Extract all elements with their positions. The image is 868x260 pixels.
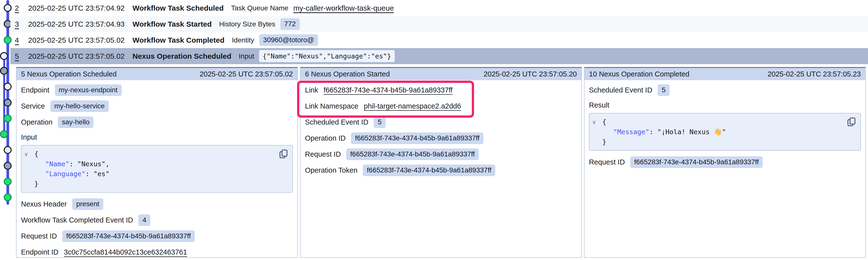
field-value-badge: f665283f-743e-4374-b45b-9a61a89337ff xyxy=(351,133,484,144)
card-body: Link f665283f-743e-4374-b45b-9a61a89337f… xyxy=(301,80,581,257)
json-line: ∨{ xyxy=(25,149,287,159)
event-id-link[interactable]: 5 xyxy=(10,52,28,61)
json-brace: { xyxy=(602,118,606,125)
timeline-dot xyxy=(4,83,11,90)
field-value-badge: say-hello xyxy=(58,116,93,128)
field-scheduled-event-id: Scheduled Event ID 5 xyxy=(305,114,577,130)
event-detail-label: Task Queue Name xyxy=(231,4,288,12)
event-row-3[interactable]: 3 2025-02-25 UTC 23:57:04.93 Workflow Ta… xyxy=(10,16,868,32)
result-json-viewer: ∨{ "Message": "¡Hola! Nexus 👋" } xyxy=(589,113,861,151)
event-timestamp: 2025-02-25 UTC 23:57:05.02 xyxy=(28,52,132,61)
field-value-badge: 4 xyxy=(138,214,150,226)
field-label: Link Namespace xyxy=(305,102,359,110)
card-body: Scheduled Event ID 5 Result ∨{ "Message"… xyxy=(585,80,865,257)
timeline-dot xyxy=(4,99,11,107)
field-input-label: Input xyxy=(21,130,293,144)
field-value-badge: f665283f-743e-4374-b45b-9a61a89337ff xyxy=(363,164,495,176)
field-label: Link xyxy=(305,86,318,94)
card-nexus-operation-scheduled: 5 Nexus Operation Scheduled 2025-02-25 U… xyxy=(16,67,298,258)
task-queue-link[interactable]: my-caller-workflow-task-queue xyxy=(293,4,394,12)
event-group-detail-panel: 5 Nexus Operation Scheduled 2025-02-25 U… xyxy=(16,67,866,258)
field-label: Scheduled Event ID xyxy=(589,86,652,94)
field-operation-id: Operation ID f665283f-743e-4374-b45b-9a6… xyxy=(305,130,577,146)
endpoint-id-link[interactable]: 3c0c75ccfa8144b092c13ce632463761 xyxy=(64,248,187,256)
field-value-badge: my-nexus-endpoint xyxy=(55,84,122,96)
field-value-badge: f665283f-743e-4374-b45b-9a61a89337ff xyxy=(346,149,479,160)
event-timestamp: 2025-02-25 UTC 23:57:04.92 xyxy=(28,4,132,12)
event-id-link[interactable]: 3 xyxy=(10,20,28,28)
event-detail-value-badge: 772 xyxy=(280,18,300,30)
field-label: Request ID xyxy=(305,150,341,158)
card-title: 10 Nexus Operation Completed xyxy=(589,70,689,78)
copy-icon[interactable] xyxy=(846,117,857,127)
field-scheduled-event-id: Scheduled Event ID 5 xyxy=(589,82,861,98)
field-operation-token: Operation Token f665283f-743e-4374-b45b-… xyxy=(305,162,577,178)
event-name: Nexus Operation Scheduled xyxy=(132,52,231,61)
json-brace: } xyxy=(602,138,606,146)
timeline-dot xyxy=(0,67,8,75)
card-header: 10 Nexus Operation Completed 2025-02-25 … xyxy=(585,68,865,80)
card-timestamp: 2025-02-25 UTC 23:57:05.20 xyxy=(484,70,577,78)
card-title: 5 Nexus Operation Scheduled xyxy=(21,70,117,78)
field-label: Operation ID xyxy=(305,134,345,142)
event-id-link[interactable]: 4 xyxy=(10,36,28,44)
field-label: Scheduled Event ID xyxy=(305,118,368,126)
event-id-link[interactable]: 2 xyxy=(10,4,28,12)
field-request-id: Request ID f665283f-743e-4374-b45b-9a61a… xyxy=(21,228,293,244)
copy-icon[interactable] xyxy=(279,149,288,159)
link-value-link[interactable]: f665283f-743e-4374-b45b-9a61a89337ff xyxy=(323,86,453,94)
event-history-rows: 2 2025-02-25 UTC 23:57:04.92 Workflow Ta… xyxy=(10,0,868,64)
field-value-badge: my-hello-service xyxy=(51,100,109,112)
json-line: "Language": "es" xyxy=(25,169,287,179)
field-label: Nexus Header xyxy=(21,200,67,208)
collapse-chevron-icon[interactable]: ∨ xyxy=(592,117,602,127)
json-key: "Name" xyxy=(34,160,69,168)
card-title: 6 Nexus Operation Started xyxy=(305,70,390,78)
field-label: Result xyxy=(589,101,609,109)
field-label: Endpoint ID xyxy=(21,248,59,256)
timeline-dot xyxy=(0,130,8,138)
field-value-badge: f665283f-743e-4374-b45b-9a61a89337ff xyxy=(62,230,195,242)
timeline-dot xyxy=(4,193,11,201)
event-row-2[interactable]: 2 2025-02-25 UTC 23:57:04.92 Workflow Ta… xyxy=(10,0,868,16)
field-label: Operation Token xyxy=(305,166,358,175)
field-label: Request ID xyxy=(21,232,57,240)
timeline-dot-event-5 xyxy=(0,52,8,60)
field-value-badge: present xyxy=(72,198,103,210)
json-value: "¡Hola! Nexus 👋" xyxy=(657,128,726,136)
json-key: "Language" xyxy=(34,170,86,178)
annotated-region: Link f665283f-743e-4374-b45b-9a61a89337f… xyxy=(305,82,577,114)
event-timestamp: 2025-02-25 UTC 23:57:05.02 xyxy=(28,36,132,44)
field-service: Service my-hello-service xyxy=(21,98,293,114)
field-request-id: Request ID f665283f-743e-4374-b45b-9a61a… xyxy=(589,154,861,170)
event-name: Workflow Task Started xyxy=(132,20,212,28)
event-detail-label: Identity xyxy=(232,36,254,44)
card-header: 6 Nexus Operation Started 2025-02-25 UTC… xyxy=(301,68,581,80)
field-label: Endpoint xyxy=(21,86,50,94)
field-label: Service xyxy=(21,102,45,110)
card-header: 5 Nexus Operation Scheduled 2025-02-25 U… xyxy=(17,68,297,80)
event-name: Workflow Task Completed xyxy=(132,36,224,44)
event-row-4[interactable]: 4 2025-02-25 UTC 23:57:05.02 Workflow Ta… xyxy=(10,32,868,48)
json-brace: { xyxy=(34,150,38,158)
field-endpoint: Endpoint my-nexus-endpoint xyxy=(21,82,293,98)
event-detail-label: Input xyxy=(239,52,254,60)
json-line: } xyxy=(592,137,856,147)
card-timestamp: 2025-02-25 UTC 23:57:05.23 xyxy=(768,70,861,78)
json-brace: } xyxy=(34,180,38,187)
json-line: } xyxy=(25,179,287,189)
field-value-badge: 5 xyxy=(374,116,385,128)
field-nexus-header: Nexus Header present xyxy=(21,196,293,212)
collapse-chevron-icon[interactable]: ∨ xyxy=(25,149,34,159)
field-value-badge: 5 xyxy=(658,84,670,96)
field-workflow-task-completed-event-id: Workflow Task Completed Event ID 4 xyxy=(21,212,293,228)
link-namespace-link[interactable]: phil-target-namespace2.a2dd6 xyxy=(364,102,461,110)
event-row-5-selected[interactable]: 5 2025-02-25 UTC 23:57:05.02 Nexus Opera… xyxy=(10,48,868,64)
field-result-label: Result xyxy=(589,98,861,112)
field-link: Link f665283f-743e-4374-b45b-9a61a89337f… xyxy=(305,82,577,98)
json-line: "Message": "¡Hola! Nexus 👋" xyxy=(592,127,856,137)
card-timestamp: 2025-02-25 UTC 23:57:05.02 xyxy=(200,70,293,78)
field-label: Operation xyxy=(21,118,52,126)
field-label: Workflow Task Completed Event ID xyxy=(21,216,133,224)
field-endpoint-id: Endpoint ID 3c0c75ccfa8144b092c13ce63246… xyxy=(21,244,293,260)
